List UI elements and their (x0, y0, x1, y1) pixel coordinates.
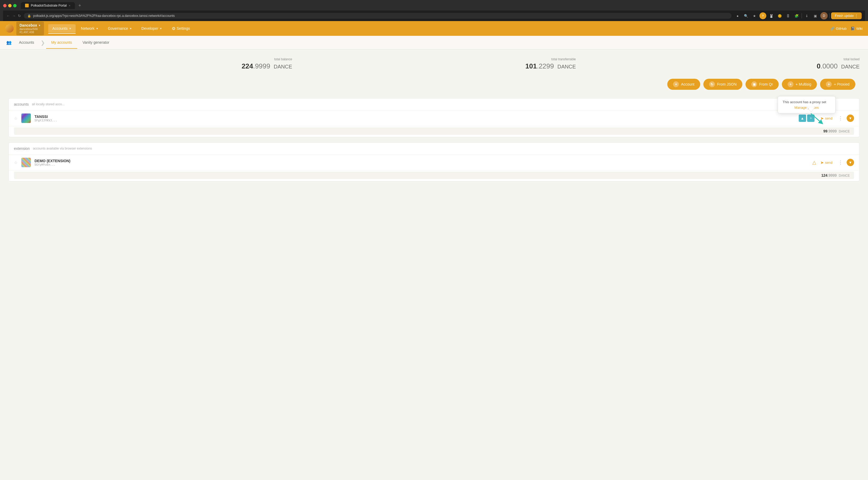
ext-icon-puzzle[interactable]: 🧩 (793, 12, 800, 19)
tanssi-name-block: TANSSI 5FgYJJYKVJ... (34, 115, 795, 122)
send-label: send (825, 117, 832, 120)
active-tab[interactable]: Polkadot/Substrate Portal × (21, 2, 75, 9)
tab-close-btn[interactable]: × (69, 4, 70, 7)
brand-name: Dancebox ▼ (20, 23, 41, 27)
developer-chevron-icon: ▼ (160, 27, 162, 30)
add-multisig-label: + Multisig (796, 82, 811, 86)
tanssi-avatar (21, 114, 31, 123)
url-input-box[interactable]: 🔒 polkadot.js.org/apps/?rpc=wss%3A%2F%2F… (24, 13, 732, 19)
from-qr-label: From Qr (759, 82, 773, 86)
demo-balance-decimal: .9999 (828, 173, 837, 178)
proxy-tooltip: This account has a proxy set Manage prox… (778, 96, 836, 114)
finish-update-button[interactable]: Finish update ⋮ (831, 12, 862, 19)
accounts-section: accounts all locally stored acco... ☆ TA… (8, 98, 860, 137)
traffic-lights (3, 4, 17, 7)
tanssi-name: TANSSI (34, 115, 795, 119)
total-balance-label: total balance (8, 57, 292, 61)
demo-name: DEMO (EXTENSION) (34, 159, 809, 163)
ext-icon-download[interactable]: ⇓ (803, 12, 810, 19)
nav-accounts[interactable]: Accounts ▼ (48, 24, 76, 33)
ext-icon-7[interactable]: 🎛 (785, 12, 792, 19)
ext-icon-3[interactable]: ★ (751, 12, 758, 19)
close-traffic-light[interactable] (3, 4, 7, 7)
tanssi-row-balance: 99.9999 DANCE (823, 129, 850, 133)
total-balance-integer: 224 (242, 62, 253, 70)
ext-icon-user[interactable]: D (820, 12, 828, 20)
demo-send-label: send (825, 161, 832, 165)
total-transferrable-decimal: .2299 (537, 62, 554, 70)
extension-section-title: extension (14, 147, 30, 151)
separator (802, 13, 802, 19)
add-account-button[interactable]: + Account (667, 79, 700, 90)
add-proxied-button[interactable]: + + Proxied (820, 79, 855, 90)
new-tab-button[interactable]: + (77, 3, 83, 8)
finish-update-chevron: ⋮ (855, 14, 858, 18)
demo-avatar (21, 158, 31, 167)
brand-block[interactable]: Dancebox ▼ dancebox/500 #1,497,438 (16, 22, 44, 35)
back-button[interactable]: ← (6, 14, 10, 18)
total-locked-decimal: .0000 (820, 62, 838, 70)
main-navbar: Dancebox ▼ dancebox/500 #1,497,438 Accou… (0, 21, 868, 36)
ext-icon-1[interactable]: ● (734, 12, 741, 19)
total-locked-integer: 0 (817, 62, 820, 70)
demo-send-button[interactable]: ➤ send (818, 159, 835, 166)
accounts-section-title: accounts (14, 102, 29, 106)
total-balance-currency: DANCE (274, 64, 292, 69)
sub-nav-my-accounts[interactable]: My accounts (46, 37, 78, 49)
extension-section: extension accounts available via browser… (8, 142, 860, 182)
nav-governance[interactable]: Governance ▼ (104, 24, 136, 33)
nav-settings[interactable]: ⚙ Settings (167, 24, 194, 33)
extension-section-header: extension accounts available via browser… (9, 143, 859, 155)
tanssi-star-button[interactable]: ☆ (14, 116, 18, 121)
from-qr-button[interactable]: ▦ From Qr (745, 79, 779, 90)
demo-balance-integer: 124 (822, 173, 828, 178)
add-account-label: Account (681, 82, 694, 86)
demo-row-balance: 124.9999 DANCE (822, 173, 850, 178)
total-balance-value: 224.9999 DANCE (8, 62, 292, 70)
sub-nav-accounts[interactable]: Accounts (14, 37, 39, 49)
minimize-traffic-light[interactable] (8, 4, 11, 7)
demo-more-button[interactable]: ⋮ (837, 159, 844, 166)
tanssi-expand-button[interactable]: ▼ (847, 115, 854, 122)
demo-expand-button[interactable]: ▼ (847, 159, 854, 166)
ext-icon-window[interactable]: ▣ (812, 12, 819, 19)
sub-nav-vanity-generator[interactable]: Vanity generator (77, 37, 115, 49)
tooltip-text: This account has a proxy set (783, 100, 831, 104)
nav-right: 🔗 GitHub 📓 Wiki (830, 27, 863, 31)
from-json-button[interactable]: ↻ From JSON (703, 79, 742, 90)
page-content: total balance 224.9999 DANCE total trans… (0, 50, 868, 480)
svg-marker-0 (807, 107, 815, 112)
sub-navbar: 👥 Accounts ❯ My accounts Vanity generato… (0, 36, 868, 50)
brand-hash: #1,497,438 (20, 31, 41, 34)
demo-account-actions: △ ➤ send ⋮ ▼ (812, 159, 854, 166)
nav-network[interactable]: Network ▼ (77, 24, 102, 33)
github-link[interactable]: 🔗 GitHub (830, 27, 846, 31)
settings-gear-icon: ⚙ (172, 26, 176, 31)
governance-chevron-icon: ▼ (129, 27, 132, 30)
nav-developer[interactable]: Developer ▼ (137, 24, 166, 33)
svg-line-2 (811, 114, 822, 123)
tab-bar: Polkadot/Substrate Portal × + (3, 2, 865, 9)
add-multisig-icon: + (788, 82, 794, 87)
ext-icon-orange[interactable]: ? (760, 12, 766, 19)
total-balance-decimal: .9999 (253, 62, 270, 70)
tanssi-balance-row: 99.9999 DANCE (14, 127, 854, 135)
reload-button[interactable]: ↻ (18, 14, 21, 18)
wiki-link[interactable]: 📓 Wiki (850, 27, 863, 31)
ext-icon-5[interactable]: 🐰 (768, 12, 775, 19)
tanssi-account-row: ☆ TANSSI 5FgYJJYKVJ... This account has … (9, 110, 859, 126)
total-locked-value: 0.0000 DANCE (576, 62, 860, 70)
forward-button[interactable]: → (12, 14, 16, 18)
browser-extension-icons: ● 🔍 ★ ? 🐰 🌞 🎛 🧩 ⇓ ▣ D Finish update ⋮ (734, 12, 862, 20)
demo-star-button[interactable]: ☆ (14, 160, 18, 165)
ext-icon-6[interactable]: 🌞 (776, 12, 783, 19)
add-multisig-button[interactable]: + + Multisig (782, 79, 817, 90)
fullscreen-traffic-light[interactable] (13, 4, 17, 7)
github-icon: 🔗 (830, 27, 835, 31)
tab-favicon (25, 4, 29, 7)
total-locked-item: total locked 0.0000 DANCE (576, 57, 860, 70)
tanssi-more-button[interactable]: ⋮ (837, 114, 844, 122)
demo-name-block: DEMO (EXTENSION) 5GYyHYvEn... (34, 159, 809, 166)
demo-address: 5GYyHYvEn... (34, 163, 809, 166)
ext-icon-2[interactable]: 🔍 (743, 12, 749, 19)
